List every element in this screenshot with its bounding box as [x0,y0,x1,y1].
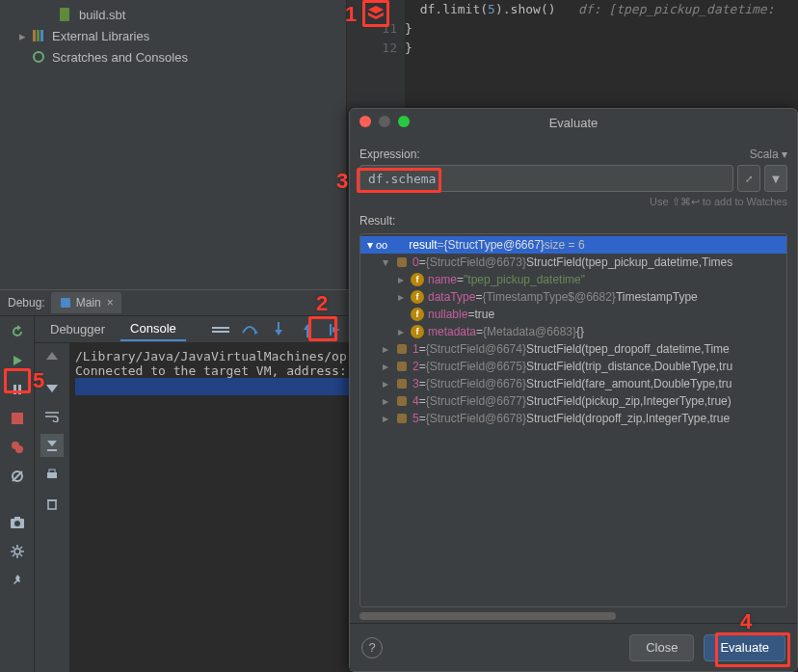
svg-rect-3 [40,30,43,41]
debug-title-label: Debug: [8,296,45,309]
library-icon [31,28,46,43]
svg-point-15 [14,521,20,526]
callout-box-3 [357,168,441,193]
stop-button[interactable] [6,407,29,430]
svg-line-22 [13,547,14,549]
tree-item-scratches[interactable]: Scratches and Consoles [0,46,346,67]
svg-line-24 [13,554,14,556]
editor-code[interactable]: df.limit(5).show() df: [tpep_pickup_date… [405,0,798,58]
tab-console[interactable]: Console [120,318,186,341]
horizontal-scrollbar[interactable] [359,611,787,621]
svg-marker-40 [46,352,58,360]
history-dropdown-icon[interactable]: ▼ [764,165,787,192]
svg-line-25 [20,547,22,549]
tree-node[interactable]: ▸1 = {StructField@6674} StructField(tpep… [360,340,786,358]
language-selector[interactable]: Scala [750,148,787,161]
tree-item-external-libraries[interactable]: ▸ External Libraries [0,25,346,46]
callout-box-5 [4,368,31,393]
svg-marker-30 [275,330,282,336]
svg-rect-0 [60,8,69,21]
tab-debugger[interactable]: Debugger [40,318,115,341]
minimize-window-icon[interactable] [379,116,390,127]
svg-rect-1 [33,30,36,41]
close-icon[interactable]: × [107,296,114,309]
scroll-to-end-icon[interactable] [40,434,64,457]
tree-label: Scratches and Consoles [52,50,188,65]
callout-5: 5 [33,368,44,393]
tree-node[interactable]: ▾0 = {StructField@6673} StructField(tpep… [360,254,786,271]
help-button[interactable]: ? [361,637,383,659]
camera-icon[interactable] [6,511,29,534]
svg-point-4 [34,52,43,62]
svg-rect-51 [397,379,407,389]
project-tree: build.sbt ▸ External Libraries Scratches… [0,0,347,289]
tree-node[interactable]: ▾ oo result = {StructType@6667} size = 6 [360,236,786,254]
svg-point-11 [15,445,23,453]
dialog-titlebar[interactable]: Evaluate [350,109,797,136]
svg-line-23 [20,554,22,556]
window-controls[interactable] [359,116,410,127]
svg-marker-41 [46,385,58,392]
callout-box-2 [308,316,337,341]
show-execution-point-button[interactable] [209,318,232,341]
svg-rect-53 [397,414,407,423]
zoom-window-icon[interactable] [398,116,410,127]
svg-rect-48 [397,257,407,267]
sbt-file-icon [58,7,73,22]
svg-rect-16 [14,517,20,520]
print-icon[interactable] [40,463,64,486]
tree-label: External Libraries [52,29,149,43]
view-breakpoints-button[interactable] [6,436,29,459]
tree-node[interactable]: ▸5 = {StructField@6678} StructField(drop… [360,410,786,427]
svg-rect-52 [397,396,407,406]
tree-node[interactable]: ▸2 = {StructField@6675} StructField(trip… [360,358,786,375]
tree-label: build.sbt [79,8,125,22]
tree-node[interactable]: ▸fdataType = {TimestampType$@6682} Times… [360,288,786,306]
callout-3: 3 [336,169,348,194]
mute-breakpoints-button[interactable] [6,465,29,488]
expression-label: Expression: [359,148,420,161]
close-window-icon[interactable] [359,116,371,127]
callout-1: 1 [345,2,357,27]
svg-rect-49 [397,344,407,354]
pin-icon[interactable] [6,569,29,592]
step-over-button[interactable] [238,318,261,341]
svg-rect-46 [48,500,56,509]
tree-item-build-sbt[interactable]: build.sbt [0,4,346,25]
tree-node[interactable]: ▸fmetadata = {Metadata@6683} {} [360,323,786,340]
callout-4: 4 [740,609,752,634]
dialog-title: Evaluate [549,116,598,130]
svg-point-17 [14,549,20,554]
svg-rect-9 [12,413,23,424]
tree-node[interactable]: ▸3 = {StructField@6676} StructField(fare… [360,375,786,392]
scratch-icon [31,49,46,65]
close-button[interactable]: Close [629,634,694,661]
svg-rect-50 [397,362,407,371]
result-label: Result: [359,214,395,228]
debug-run-tab[interactable]: Main × [51,292,121,313]
rerun-button[interactable] [6,320,29,343]
up-arrow-icon[interactable] [40,347,64,370]
expand-icon[interactable]: ⤢ [737,165,760,192]
svg-marker-6 [13,356,22,365]
result-tree[interactable]: ▾ oo result = {StructType@6667} size = 6… [359,233,787,607]
tree-node[interactable]: fnullable = true [360,306,786,323]
step-into-button[interactable] [267,318,290,341]
callout-box-4 [715,632,790,667]
callout-box-1 [362,0,389,27]
svg-rect-5 [61,298,70,308]
callout-2: 2 [316,291,328,316]
svg-marker-43 [47,441,57,446]
tree-node[interactable]: ▸4 = {StructField@6677} StructField(pick… [360,392,786,410]
clear-icon[interactable] [40,492,64,515]
soft-wrap-icon[interactable] [40,405,64,428]
tree-node[interactable]: ▸fname = "tpep_pickup_datetime" [360,271,786,288]
settings-icon[interactable] [6,540,29,563]
hint-label: Use ⇧⌘↩ to add to Watches [359,196,787,208]
svg-rect-2 [37,30,40,41]
